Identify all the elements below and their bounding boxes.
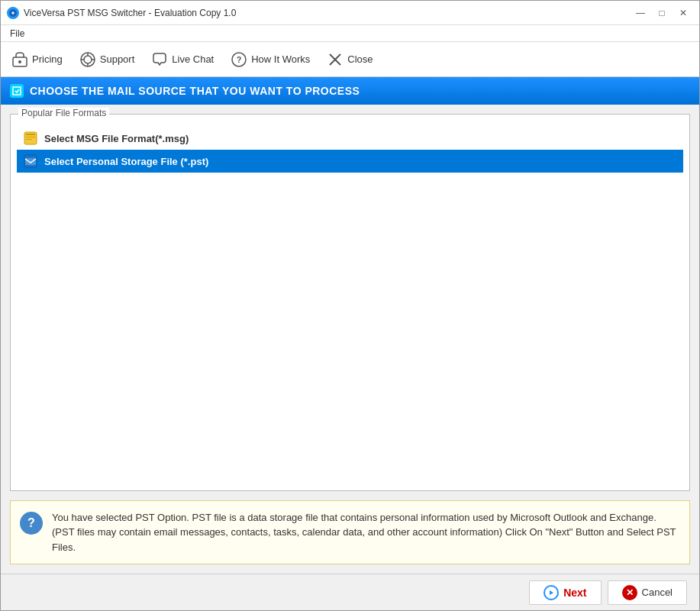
pst-format-label: Select Personal Storage File (*.pst) xyxy=(44,156,208,167)
info-text: You have selected PST Option. PST file i… xyxy=(52,510,680,555)
next-label: Next xyxy=(563,587,586,599)
app-icon xyxy=(7,7,19,19)
title-bar-left: ViceVersa PST MSG Switcher - Evaluation … xyxy=(7,7,236,19)
cancel-label: Cancel xyxy=(642,587,673,598)
info-icon: ? xyxy=(20,512,43,535)
file-menu[interactable]: File xyxy=(4,27,31,40)
howitworks-label: How It Works xyxy=(251,53,310,65)
msg-format-item[interactable]: Select MSG File Format(*.msg) xyxy=(17,127,683,150)
svg-point-4 xyxy=(84,56,92,63)
toolbar-close-label: Close xyxy=(347,53,373,65)
pricing-button[interactable]: Pricing xyxy=(4,46,70,73)
livechat-icon xyxy=(151,51,168,68)
msg-icon xyxy=(23,131,38,146)
main-content: Popular File Formats Select MSG File For… xyxy=(1,105,699,574)
support-label: Support xyxy=(100,53,135,65)
file-formats-group: Popular File Formats Select MSG File For… xyxy=(10,114,690,491)
pricing-icon xyxy=(11,51,28,68)
main-window: ViceVersa PST MSG Switcher - Evaluation … xyxy=(0,0,700,611)
pst-icon xyxy=(23,154,38,169)
svg-marker-19 xyxy=(550,590,553,595)
toolbar-close-icon xyxy=(327,51,344,68)
info-box: ? You have selected PST Option. PST file… xyxy=(10,500,690,565)
pst-format-item[interactable]: Select Personal Storage File (*.pst) xyxy=(17,150,683,173)
maximize-button[interactable]: □ xyxy=(652,5,672,21)
svg-rect-16 xyxy=(26,139,32,140)
support-icon xyxy=(79,51,96,68)
howitworks-button[interactable]: ? How It Works xyxy=(223,46,318,73)
window-title: ViceVersa PST MSG Switcher - Evaluation … xyxy=(24,8,236,18)
minimize-button[interactable]: — xyxy=(631,5,650,21)
svg-rect-18 xyxy=(25,158,36,165)
svg-rect-15 xyxy=(26,137,35,137)
toolbar: Pricing Support xyxy=(1,42,699,77)
cancel-x-icon: ✕ xyxy=(622,585,637,600)
title-bar: ViceVersa PST MSG Switcher - Evaluation … xyxy=(1,1,699,25)
window-controls: — □ ✕ xyxy=(631,5,693,21)
next-button[interactable]: Next xyxy=(529,580,601,605)
menu-bar: File xyxy=(1,25,699,42)
toolbar-close-button[interactable]: Close xyxy=(319,46,380,73)
livechat-button[interactable]: Live Chat xyxy=(144,46,221,73)
livechat-label: Live Chat xyxy=(172,53,214,65)
cancel-button[interactable]: ✕ Cancel xyxy=(608,580,687,605)
svg-text:?: ? xyxy=(237,55,242,64)
support-button[interactable]: Support xyxy=(72,46,143,73)
section-header: CHOOSE THE MAIL SOURCE THAT YOU WANT TO … xyxy=(1,77,699,105)
close-window-button[interactable]: ✕ xyxy=(673,5,693,21)
section-header-icon xyxy=(10,84,24,98)
next-play-icon xyxy=(544,585,559,600)
howitworks-icon: ? xyxy=(231,51,247,68)
footer: Next ✕ Cancel xyxy=(1,574,699,610)
pricing-label: Pricing xyxy=(32,53,63,65)
msg-format-label: Select MSG File Format(*.msg) xyxy=(44,133,189,144)
section-header-text: CHOOSE THE MAIL SOURCE THAT YOU WANT TO … xyxy=(30,85,360,97)
svg-rect-14 xyxy=(26,134,35,135)
svg-point-2 xyxy=(18,60,21,63)
group-legend: Popular File Formats xyxy=(18,108,109,118)
